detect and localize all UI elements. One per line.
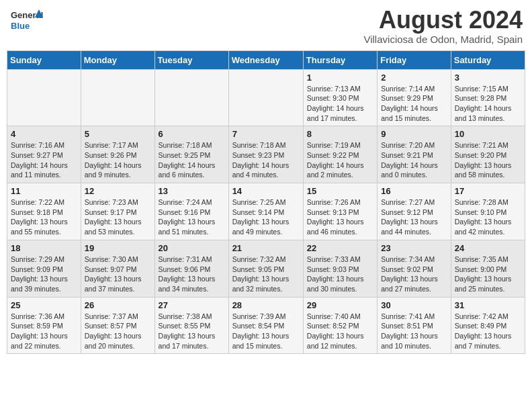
calendar-cell: 19Sunrise: 7:30 AM Sunset: 9:07 PM Dayli… [81,240,154,297]
day-number: 18 [11,243,77,253]
calendar-cell [7,69,81,126]
day-number: 3 [455,73,521,83]
calendar-cell: 1Sunrise: 7:13 AM Sunset: 9:30 PM Daylig… [303,69,377,126]
calendar-cell: 2Sunrise: 7:14 AM Sunset: 9:29 PM Daylig… [378,69,451,126]
col-header-wednesday: Wednesday [228,50,303,69]
calendar-cell: 21Sunrise: 7:32 AM Sunset: 9:05 PM Dayli… [228,240,303,297]
logo-svg: General Blue [9,7,43,34]
day-number: 27 [159,300,225,310]
day-number: 29 [307,300,373,310]
day-info: Sunrise: 7:19 AM Sunset: 9:22 PM Dayligh… [307,140,373,180]
calendar-cell: 15Sunrise: 7:26 AM Sunset: 9:13 PM Dayli… [303,183,377,240]
day-number: 28 [232,300,300,310]
day-info: Sunrise: 7:31 AM Sunset: 9:06 PM Dayligh… [159,255,225,294]
day-info: Sunrise: 7:42 AM Sunset: 8:49 PM Dayligh… [455,312,521,351]
day-number: 15 [307,186,373,196]
day-number: 12 [85,186,151,196]
col-header-saturday: Saturday [451,50,525,69]
day-info: Sunrise: 7:21 AM Sunset: 9:20 PM Dayligh… [455,140,521,180]
day-info: Sunrise: 7:18 AM Sunset: 9:23 PM Dayligh… [232,140,300,180]
calendar-cell: 3Sunrise: 7:15 AM Sunset: 9:28 PM Daylig… [451,69,525,126]
logo: General Blue [9,7,43,34]
calendar-cell: 31Sunrise: 7:42 AM Sunset: 8:49 PM Dayli… [451,297,525,354]
day-number: 2 [381,73,447,83]
day-info: Sunrise: 7:36 AM Sunset: 8:59 PM Dayligh… [11,312,77,351]
day-number: 9 [381,129,447,139]
day-info: Sunrise: 7:23 AM Sunset: 9:17 PM Dayligh… [85,197,151,237]
day-info: Sunrise: 7:15 AM Sunset: 9:28 PM Dayligh… [455,84,521,124]
calendar-cell: 12Sunrise: 7:23 AM Sunset: 9:17 PM Dayli… [81,183,154,240]
week-row-1: 1Sunrise: 7:13 AM Sunset: 9:30 PM Daylig… [7,69,525,126]
calendar-body: 1Sunrise: 7:13 AM Sunset: 9:30 PM Daylig… [7,69,525,354]
day-number: 10 [455,129,521,139]
day-number: 16 [381,186,447,196]
location: Villaviciosa de Odon, Madrid, Spain [363,34,523,45]
day-info: Sunrise: 7:30 AM Sunset: 9:07 PM Dayligh… [85,255,151,294]
day-info: Sunrise: 7:22 AM Sunset: 9:18 PM Dayligh… [11,197,77,237]
calendar-cell: 25Sunrise: 7:36 AM Sunset: 8:59 PM Dayli… [7,297,81,354]
day-number: 5 [85,129,151,139]
day-info: Sunrise: 7:35 AM Sunset: 9:00 PM Dayligh… [455,255,521,294]
calendar-cell: 5Sunrise: 7:17 AM Sunset: 9:26 PM Daylig… [81,126,154,183]
day-number: 4 [11,129,77,139]
day-info: Sunrise: 7:18 AM Sunset: 9:25 PM Dayligh… [159,140,225,180]
svg-text:Blue: Blue [11,21,30,31]
day-info: Sunrise: 7:34 AM Sunset: 9:02 PM Dayligh… [381,255,447,294]
day-number: 21 [232,243,300,253]
day-info: Sunrise: 7:29 AM Sunset: 9:09 PM Dayligh… [11,255,77,294]
day-number: 22 [307,243,373,253]
day-info: Sunrise: 7:13 AM Sunset: 9:30 PM Dayligh… [307,84,373,124]
day-info: Sunrise: 7:38 AM Sunset: 8:55 PM Dayligh… [159,312,225,351]
calendar-cell: 24Sunrise: 7:35 AM Sunset: 9:00 PM Dayli… [451,240,525,297]
day-info: Sunrise: 7:24 AM Sunset: 9:16 PM Dayligh… [159,197,225,237]
week-row-2: 4Sunrise: 7:16 AM Sunset: 9:27 PM Daylig… [7,126,525,183]
calendar-cell: 14Sunrise: 7:25 AM Sunset: 9:14 PM Dayli… [228,183,303,240]
day-info: Sunrise: 7:26 AM Sunset: 9:13 PM Dayligh… [307,197,373,237]
day-info: Sunrise: 7:32 AM Sunset: 9:05 PM Dayligh… [232,255,300,294]
calendar-cell: 28Sunrise: 7:39 AM Sunset: 8:54 PM Dayli… [228,297,303,354]
day-number: 6 [159,129,225,139]
calendar-cell: 23Sunrise: 7:34 AM Sunset: 9:02 PM Dayli… [378,240,451,297]
calendar-cell: 27Sunrise: 7:38 AM Sunset: 8:55 PM Dayli… [154,297,228,354]
day-info: Sunrise: 7:39 AM Sunset: 8:54 PM Dayligh… [232,312,300,351]
day-number: 11 [11,186,77,196]
calendar-cell: 17Sunrise: 7:28 AM Sunset: 9:10 PM Dayli… [451,183,525,240]
title-block: August 2024 Villaviciosa de Odon, Madrid… [363,7,523,45]
calendar-cell: 6Sunrise: 7:18 AM Sunset: 9:25 PM Daylig… [154,126,228,183]
calendar-cell: 4Sunrise: 7:16 AM Sunset: 9:27 PM Daylig… [7,126,81,183]
day-number: 26 [85,300,151,310]
day-number: 31 [455,300,521,310]
calendar-cell: 11Sunrise: 7:22 AM Sunset: 9:18 PM Dayli… [7,183,81,240]
calendar-cell: 26Sunrise: 7:37 AM Sunset: 8:57 PM Dayli… [81,297,154,354]
col-header-friday: Friday [378,50,451,69]
calendar-cell [154,69,228,126]
day-info: Sunrise: 7:27 AM Sunset: 9:12 PM Dayligh… [381,197,447,237]
day-info: Sunrise: 7:41 AM Sunset: 8:51 PM Dayligh… [381,312,447,351]
calendar-cell: 30Sunrise: 7:41 AM Sunset: 8:51 PM Dayli… [378,297,451,354]
day-number: 20 [159,243,225,253]
day-number: 17 [455,186,521,196]
day-number: 8 [307,129,373,139]
week-row-3: 11Sunrise: 7:22 AM Sunset: 9:18 PM Dayli… [7,183,525,240]
day-info: Sunrise: 7:25 AM Sunset: 9:14 PM Dayligh… [232,197,300,237]
day-number: 1 [307,73,373,83]
calendar-cell: 9Sunrise: 7:20 AM Sunset: 9:21 PM Daylig… [378,126,451,183]
day-info: Sunrise: 7:33 AM Sunset: 9:03 PM Dayligh… [307,255,373,294]
calendar-cell: 8Sunrise: 7:19 AM Sunset: 9:22 PM Daylig… [303,126,377,183]
week-row-4: 18Sunrise: 7:29 AM Sunset: 9:09 PM Dayli… [7,240,525,297]
col-header-monday: Monday [81,50,154,69]
day-info: Sunrise: 7:16 AM Sunset: 9:27 PM Dayligh… [11,140,77,180]
calendar-cell: 29Sunrise: 7:40 AM Sunset: 8:52 PM Dayli… [303,297,377,354]
calendar-table: SundayMondayTuesdayWednesdayThursdayFrid… [7,50,525,355]
day-info: Sunrise: 7:14 AM Sunset: 9:29 PM Dayligh… [381,84,447,124]
day-info: Sunrise: 7:17 AM Sunset: 9:26 PM Dayligh… [85,140,151,180]
col-header-tuesday: Tuesday [154,50,228,69]
day-info: Sunrise: 7:37 AM Sunset: 8:57 PM Dayligh… [85,312,151,351]
calendar-cell: 22Sunrise: 7:33 AM Sunset: 9:03 PM Dayli… [303,240,377,297]
week-row-5: 25Sunrise: 7:36 AM Sunset: 8:59 PM Dayli… [7,297,525,354]
calendar-cell: 7Sunrise: 7:18 AM Sunset: 9:23 PM Daylig… [228,126,303,183]
calendar-header-row: SundayMondayTuesdayWednesdayThursdayFrid… [7,50,525,69]
day-number: 14 [232,186,300,196]
day-number: 24 [455,243,521,253]
day-number: 7 [232,129,300,139]
